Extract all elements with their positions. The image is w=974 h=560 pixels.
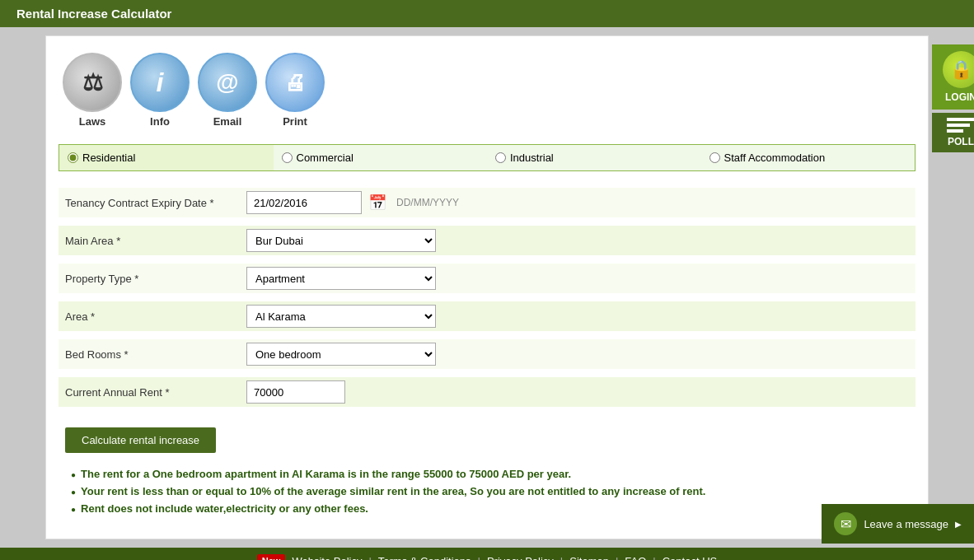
bullet-1: ●: [71, 470, 76, 479]
website-policy-link[interactable]: Website Policy: [292, 555, 362, 561]
page-wrapper: Rental Increase Calculator ⚖ Laws i Info…: [0, 0, 974, 560]
tab-industrial[interactable]: Industrial: [487, 145, 701, 170]
email-label: Email: [213, 115, 242, 128]
login-button[interactable]: 🔒 LOGIN: [932, 44, 974, 110]
form-area: Tenancy Contract Expiry Date * 📅 DD/MM/Y…: [59, 184, 915, 419]
poll-lines-icon: [947, 118, 975, 133]
login-label: LOGIN: [945, 91, 974, 103]
privacy-link[interactable]: Privacy Policy: [487, 555, 554, 561]
property-type-control: Apartment: [246, 267, 436, 290]
sep-4: |: [616, 555, 618, 561]
calendar-icon[interactable]: 📅: [368, 194, 386, 212]
print-icon: 🖨: [265, 53, 325, 112]
tenancy-control: 📅 DD/MM/YYYY: [246, 191, 459, 214]
calc-btn-row: Calculate rental increase: [59, 427, 915, 453]
result-item-2: ● Your rent is less than or equal to 10%…: [71, 485, 903, 497]
sep-5: |: [653, 555, 655, 561]
radio-commercial[interactable]: [282, 152, 293, 163]
results-area: ● The rent for a One bedroom apartment i…: [59, 461, 915, 526]
laws-icon: ⚖: [63, 53, 122, 112]
main-area-select[interactable]: Bur Dubai: [246, 229, 436, 252]
top-bar: Rental Increase Calculator: [0, 0, 974, 27]
calculate-button[interactable]: Calculate rental increase: [65, 427, 216, 453]
tenancy-label: Tenancy Contract Expiry Date *: [65, 197, 246, 209]
rent-label: Current Annual Rent *: [65, 386, 246, 399]
right-panel: 🔒 LOGIN POLL: [932, 44, 974, 152]
area-select[interactable]: Al Karama: [246, 305, 436, 328]
terms-link[interactable]: Terms & Conditions: [378, 555, 471, 561]
area-control: Al Karama: [246, 305, 436, 328]
email-icon: @: [198, 53, 257, 112]
tab-residential-label: Residential: [82, 152, 135, 164]
rent-input[interactable]: [246, 380, 345, 404]
poll-button[interactable]: POLL: [932, 113, 974, 152]
print-label: Print: [283, 115, 307, 128]
tab-residential[interactable]: Residential: [59, 145, 274, 170]
chat-icon: ✉: [834, 512, 857, 535]
result-text-1: The rent for a One bedroom apartment in …: [81, 468, 571, 480]
info-icon-link[interactable]: i Info: [130, 53, 190, 128]
chat-chevron-icon: ▶: [955, 520, 962, 529]
main-area-row: Main Area * Bur Dubai: [59, 226, 915, 255]
bedrooms-row: Bed Rooms * One bedroom: [59, 339, 915, 369]
poll-line-1: [947, 118, 975, 121]
sep-1: |: [368, 555, 371, 561]
sep-3: |: [560, 555, 563, 561]
rent-row: Current Annual Rent *: [59, 377, 915, 407]
info-icon: i: [130, 53, 190, 112]
bedrooms-control: One bedroom: [246, 343, 436, 366]
radio-industrial[interactable]: [495, 152, 506, 163]
chat-label: Leave a message: [864, 518, 948, 530]
faq-link[interactable]: FAQ: [625, 555, 646, 561]
poll-line-2: [947, 124, 970, 127]
tab-staff-label: Staff Accommodation: [724, 152, 826, 164]
chat-button[interactable]: ✉ Leave a message ▶: [822, 504, 974, 544]
new-badge: New: [257, 554, 286, 560]
main-area-label: Main Area *: [65, 235, 246, 247]
tenancy-row: Tenancy Contract Expiry Date * 📅 DD/MM/Y…: [59, 188, 915, 217]
sitemap-link[interactable]: Sitemap: [569, 555, 609, 561]
poll-line-3: [947, 129, 963, 133]
print-icon-link[interactable]: 🖨 Print: [265, 53, 325, 128]
area-label: Area *: [65, 310, 246, 323]
email-icon-link[interactable]: @ Email: [198, 53, 257, 128]
result-item-1: ● The rent for a One bedroom apartment i…: [71, 468, 903, 480]
icons-row: ⚖ Laws i Info @ Email 🖨 Print: [59, 49, 915, 132]
laws-icon-link[interactable]: ⚖ Laws: [63, 53, 122, 128]
property-type-row: Property Type * Apartment: [59, 264, 915, 293]
tab-commercial-label: Commercial: [297, 152, 354, 164]
bedrooms-select[interactable]: One bedroom: [246, 343, 436, 366]
tenancy-input[interactable]: [246, 191, 362, 214]
bullet-3: ●: [71, 505, 76, 514]
rent-control: [246, 380, 345, 404]
radio-residential[interactable]: [68, 152, 78, 163]
contact-link[interactable]: Contact US: [663, 555, 717, 561]
info-label: Info: [150, 115, 170, 128]
tab-staff[interactable]: Staff Accommodation: [701, 145, 915, 170]
laws-label: Laws: [79, 115, 106, 128]
result-text-3: Rent does not include water,electricity …: [81, 502, 368, 515]
tab-industrial-label: Industrial: [510, 152, 554, 164]
area-row: Area * Al Karama: [59, 301, 915, 331]
bullet-2: ●: [71, 488, 76, 497]
page-title: Rental Increase Calculator: [16, 7, 171, 21]
footer-links: New Website Policy | Terms & Conditions …: [0, 554, 974, 560]
radio-tabs: Residential Commercial Industrial Staff …: [59, 144, 915, 171]
main-area-control: Bur Dubai: [246, 229, 436, 252]
property-type-label: Property Type *: [65, 273, 246, 285]
date-hint: DD/MM/YYYY: [396, 197, 459, 208]
bedrooms-label: Bed Rooms *: [65, 348, 246, 361]
poll-label: POLL: [948, 136, 974, 147]
sep-2: |: [478, 555, 480, 561]
lock-icon: 🔒: [943, 51, 975, 88]
result-item-3: ● Rent does not include water,electricit…: [71, 502, 903, 515]
footer: New Website Policy | Terms & Conditions …: [0, 548, 974, 560]
main-content: ⚖ Laws i Info @ Email 🖨 Print Residentia…: [45, 35, 929, 539]
tab-commercial[interactable]: Commercial: [274, 145, 488, 170]
result-text-2: Your rent is less than or equal to 10% o…: [81, 485, 705, 497]
property-type-select[interactable]: Apartment: [246, 267, 436, 290]
radio-staff[interactable]: [709, 152, 720, 163]
